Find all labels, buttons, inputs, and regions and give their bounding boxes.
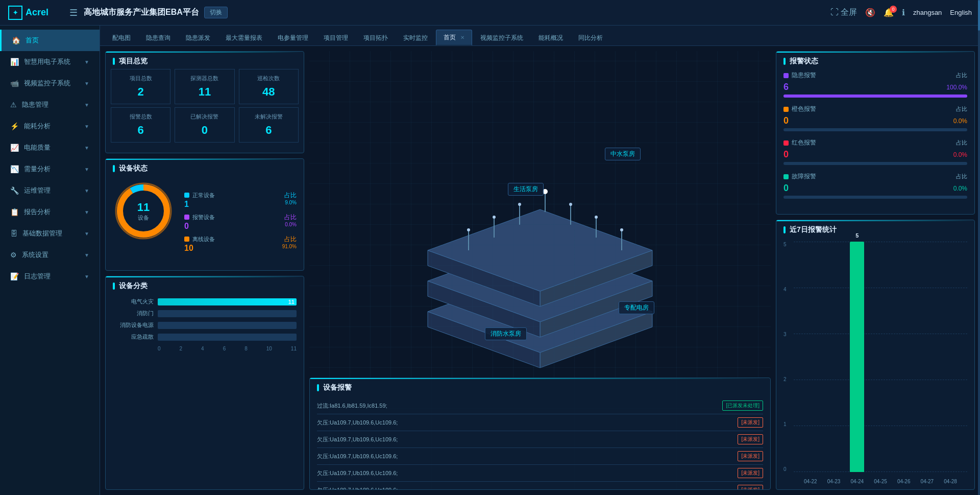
sidebar-label-maintenance: 运维管理	[24, 186, 51, 195]
chart7-inner: 5 4 3 2 1 0	[783, 242, 967, 484]
report-icon: 📋	[10, 208, 19, 216]
donut-center: 11 设备	[137, 201, 150, 222]
username: zhangsan	[913, 9, 942, 16]
sidebar-item-power-quality[interactable]: 📈 电能质量 ▼	[0, 137, 100, 158]
sidebar-item-energy[interactable]: ⚡ 能耗分析 ▼	[0, 115, 100, 137]
tab-close[interactable]: ✕	[460, 35, 464, 40]
bar-col-0427	[916, 242, 939, 472]
bar-col-0424: 5	[845, 242, 869, 472]
alarm-row-4: 欠压:Ua109.7,Ub109.6,Uc109.6; [未派发]	[317, 448, 763, 465]
alarm-badge-3: [未派发]	[738, 434, 763, 444]
sidebar-item-video[interactable]: 📹 视频监控子系统 ▼	[0, 73, 100, 94]
x-axis-labels: 04-22 04-23 04-24 04-25 04-26 04-27 04-2…	[799, 479, 962, 484]
logo-icon: ✦	[8, 6, 22, 20]
bar-row-emergency: 应急疏散	[113, 333, 297, 341]
donut-chart: 11 设备	[113, 180, 174, 242]
legend-normal: 正常设备 占比 1 9.0%	[184, 191, 297, 209]
base-data-icon: 🗄	[10, 229, 17, 238]
label-power-room: 专配电房	[619, 301, 654, 314]
fullscreen-icon[interactable]: ⛶ 全屏	[830, 7, 857, 18]
legend-offline: 离线设备 占比 10 91.0%	[184, 235, 297, 253]
sidebar-label-logs: 日志管理	[24, 272, 51, 281]
menu-icon[interactable]: ☰	[69, 7, 78, 18]
sidebar-label-power-quality: 电能质量	[24, 143, 51, 152]
tab-realtime[interactable]: 实时监控	[396, 31, 435, 45]
sidebar-label-hazard: 隐患管理	[22, 100, 48, 109]
tab-energy-overview[interactable]: 能耗概况	[531, 31, 570, 45]
topbar: ✦ Acrel ☰ 高地城市服务产业集团EBA平台 切换 ⛶ 全屏 🔇 🔔 0 …	[0, 0, 980, 26]
device-status-content: 11 设备 正常设备	[106, 176, 304, 267]
tab-yoy-analysis[interactable]: 同比分析	[571, 31, 610, 45]
chevron-icon-4: ▼	[84, 124, 89, 129]
topbar-right: ⛶ 全屏 🔇 🔔 0 ℹ zhangsan English	[830, 7, 972, 18]
sidebar-item-report[interactable]: 📋 报告分析 ▼	[0, 201, 100, 223]
device-category-chart: 电气火灾 11 消防门	[106, 294, 304, 486]
mute-icon[interactable]: 🔇	[865, 8, 875, 17]
tab-project-topo[interactable]: 项目拓扑	[356, 31, 395, 45]
tab-diagram[interactable]: 配电图	[105, 31, 138, 45]
bar-0424: 5	[850, 242, 864, 472]
chart7day-panel: 近7日报警统计 5 4 3 2 1 0	[776, 220, 975, 490]
sidebar-item-settings[interactable]: ⚙ 系统设置 ▼	[0, 244, 100, 266]
alarm-row-2: 欠压:Ua109.7,Ub109.6,Uc109.6; [未派发]	[317, 414, 763, 431]
chart7day-title: 近7日报警统计	[776, 220, 974, 238]
chevron-icon: ▼	[84, 59, 89, 65]
tab-hazard-dispatch[interactable]: 隐患派发	[179, 31, 217, 45]
logs-icon: 📝	[10, 272, 19, 280]
chevron-icon-5: ▼	[84, 145, 89, 151]
sidebar-item-maintenance[interactable]: 🔧 运维管理 ▼	[0, 180, 100, 201]
dashboard: 项目总览 项目总数 2 探测器总数 11	[100, 46, 980, 495]
device-legend: 正常设备 占比 1 9.0%	[184, 180, 297, 263]
sidebar-item-hazard[interactable]: ⚠ 隐患管理 ▼	[0, 94, 100, 115]
legend-alarm: 报警设备 占比 0 0.0%	[184, 213, 297, 231]
sidebar-item-logs[interactable]: 📝 日志管理 ▼	[0, 266, 100, 287]
device-alarm-panel: 设备报警 过流:Ia81.6,Ib81.59,Ic81.59; [已派发未处理]…	[309, 378, 771, 490]
fullscreen-label: 全屏	[841, 8, 857, 16]
bar-col-0426	[892, 242, 916, 472]
tab-hazard-query[interactable]: 隐患查询	[139, 31, 178, 45]
language-selector[interactable]: English	[950, 9, 972, 16]
notification-icon[interactable]: 🔔 0	[884, 8, 894, 17]
device-status-title: 设备状态	[106, 159, 304, 176]
switch-button[interactable]: 切换	[204, 7, 228, 18]
alarm-badge-1: [已派发未处理]	[722, 400, 763, 411]
right-column: 报警状态 隐患报警 占比 6	[776, 51, 975, 490]
sidebar-label-video: 视频监控子系统	[24, 79, 70, 88]
donut-label: 设备	[137, 214, 150, 222]
label-water-pump: 中水泵房	[605, 148, 641, 160]
chevron-icon-6: ▼	[84, 167, 89, 172]
alarm-dot	[184, 215, 189, 220]
video-icon: 📹	[10, 79, 19, 87]
offline-dot	[184, 237, 189, 242]
bars-container: 5	[794, 242, 967, 472]
tab-video-monitor[interactable]: 视频监控子系统	[473, 31, 530, 45]
sidebar-item-home[interactable]: 🏠 首页	[0, 30, 100, 51]
stat-project-count: 项目总数 2	[111, 69, 170, 104]
sidebar-item-base-data[interactable]: 🗄 基础数据管理 ▼	[0, 223, 100, 244]
sidebar-item-demand[interactable]: 📉 需量分析 ▼	[0, 158, 100, 180]
stat-detector-count: 探测器总数 11	[175, 69, 234, 104]
main-layout: 🏠 首页 📊 智慧用电子系统 ▼ 📹 视频监控子系统 ▼ ⚠ 隐患管理 ▼	[0, 26, 980, 495]
sidebar-label-demand: 需量分析	[24, 164, 51, 174]
scrollbar-thumb[interactable]	[978, 0, 980, 31]
alarm-status-title: 报警状态	[776, 52, 974, 69]
logo: ✦ Acrel	[8, 6, 69, 20]
help-icon[interactable]: ℹ	[902, 8, 905, 17]
stat-inspection-count: 巡检次数 48	[239, 69, 299, 104]
chevron-icon-8: ▼	[84, 209, 89, 215]
red-alarm-dot	[783, 140, 789, 146]
sidebar-item-smart-electric[interactable]: 📊 智慧用电子系统 ▼	[0, 51, 100, 73]
bar-col-0423	[822, 242, 846, 472]
sidebar-label-home: 首页	[26, 36, 39, 45]
tab-demand-report[interactable]: 最大需量报表	[218, 31, 270, 45]
hazard-alarm-dot	[783, 73, 789, 78]
tab-power-mgmt[interactable]: 电参量管理	[271, 31, 315, 45]
center-column: 中水泵房 生活泵房 专配电房 消防水泵房 设备报警 过流:Ia81.6,Ib81…	[309, 51, 771, 490]
bar-col-0425	[869, 242, 892, 472]
tab-home[interactable]: 首页 ✕	[436, 30, 472, 45]
nav-tabs: 配电图 隐患查询 隐患派发 最大需量报表 电参量管理 项目管理 项目拓扑 实时监…	[100, 26, 980, 46]
scrollbar-track[interactable]	[978, 0, 980, 495]
tab-project-mgmt[interactable]: 项目管理	[316, 31, 355, 45]
home-icon: 🏠	[12, 36, 20, 44]
content: 配电图 隐患查询 隐患派发 最大需量报表 电参量管理 项目管理 项目拓扑 实时监…	[100, 26, 980, 495]
